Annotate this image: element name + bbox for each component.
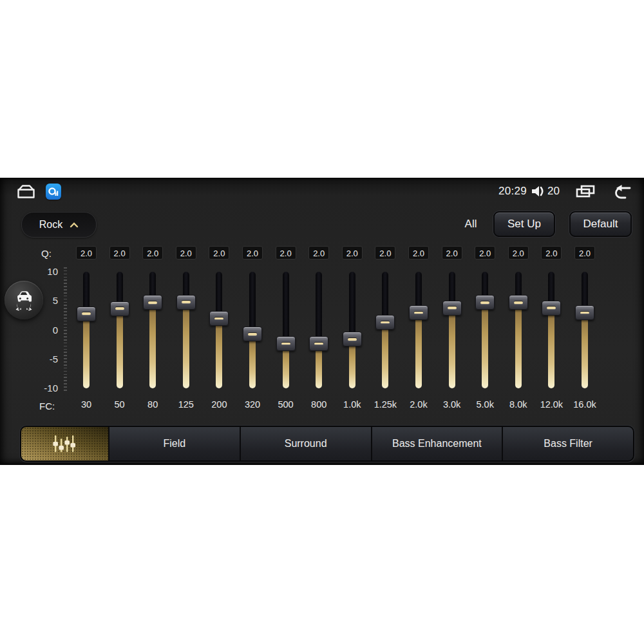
- q-value-box[interactable]: 2.0: [475, 246, 495, 260]
- recent-apps-icon[interactable]: [575, 184, 596, 199]
- preset-label: Rock: [39, 219, 62, 231]
- equalizer-sliders-icon: [50, 433, 80, 455]
- gain-slider-handle[interactable]: [409, 305, 428, 320]
- app-icon[interactable]: [46, 184, 61, 200]
- gain-slider-handle[interactable]: [176, 295, 196, 310]
- gain-slider-handle[interactable]: [77, 307, 96, 321]
- gain-tick-ruler: [64, 267, 67, 393]
- gain-slider-fill: [117, 308, 123, 388]
- clock: 20:29: [498, 185, 527, 198]
- home-icon[interactable]: [15, 184, 37, 200]
- gain-slider-track[interactable]: [548, 272, 554, 388]
- gain-slider-track[interactable]: [117, 272, 123, 388]
- gain-slider-fill: [548, 308, 554, 388]
- q-value-box[interactable]: 2.0: [242, 246, 263, 260]
- gain-slider-handle[interactable]: [375, 315, 395, 330]
- gain-slider-fill: [582, 312, 588, 388]
- default-button[interactable]: Default: [569, 211, 632, 237]
- gain-axis-label: 10: [24, 265, 58, 278]
- handle-dash: [248, 333, 257, 336]
- handle-dash: [348, 338, 357, 341]
- gain-slider-handle[interactable]: [542, 301, 561, 316]
- q-value-box[interactable]: 2.0: [209, 246, 229, 260]
- handle-dash: [547, 307, 556, 309]
- gain-slider-fill: [482, 303, 488, 388]
- handle-dash: [480, 301, 489, 304]
- gain-axis-label: -10: [24, 382, 58, 395]
- handle-dash: [214, 317, 223, 320]
- equalizer-screen: 20:29 20 Rock: [0, 178, 644, 465]
- gain-slider-fill: [515, 303, 522, 388]
- q-value-box[interactable]: 2.0: [408, 246, 429, 260]
- q-value-box[interactable]: 2.0: [574, 246, 595, 260]
- back-icon[interactable]: [612, 184, 634, 199]
- handle-dash: [314, 343, 323, 345]
- fc-row-label: FC:: [39, 401, 55, 412]
- handle-dash: [514, 301, 523, 304]
- tab-bass-enhancement[interactable]: Bass Enhancement: [372, 427, 504, 460]
- q-value-box[interactable]: 2.0: [176, 246, 196, 260]
- handle-dash: [381, 321, 390, 324]
- volume-icon: [531, 184, 545, 198]
- q-value-box[interactable]: 2.0: [142, 246, 163, 260]
- car-rotate-icon[interactable]: [5, 281, 43, 319]
- gain-slider-fill: [216, 318, 222, 388]
- gain-slider-fill: [149, 303, 156, 388]
- gain-slider-fill: [349, 339, 355, 388]
- q-value-box[interactable]: 2.0: [76, 246, 97, 260]
- gain-slider-handle[interactable]: [509, 295, 528, 310]
- gain-axis-label: 0: [24, 324, 58, 337]
- q-value-box[interactable]: 2.0: [508, 246, 529, 260]
- preset-dropdown[interactable]: Rock: [21, 212, 97, 238]
- q-value-box[interactable]: 2.0: [541, 246, 562, 260]
- q-value-box[interactable]: 2.0: [342, 246, 363, 260]
- gain-slider-track[interactable]: [183, 272, 189, 388]
- q-value-box[interactable]: 2.0: [109, 246, 130, 260]
- setup-button[interactable]: Set Up: [493, 211, 555, 237]
- gain-slider-handle[interactable]: [110, 301, 129, 316]
- gain-slider-handle[interactable]: [209, 311, 229, 326]
- gain-slider-handle[interactable]: [309, 336, 328, 351]
- gain-slider-handle[interactable]: [276, 336, 296, 351]
- status-bar: 20:29 20: [0, 179, 644, 204]
- gain-slider-track[interactable]: [382, 272, 388, 388]
- q-value-box[interactable]: 2.0: [276, 246, 296, 260]
- q-value-box[interactable]: 2.0: [308, 246, 329, 260]
- gain-slider-handle[interactable]: [143, 295, 162, 310]
- gain-slider-track[interactable]: [482, 272, 488, 388]
- handle-dash: [414, 312, 423, 314]
- gain-slider-track[interactable]: [316, 272, 322, 388]
- volume-level: 20: [547, 185, 560, 198]
- gain-slider-track[interactable]: [216, 272, 222, 388]
- gain-slider-track[interactable]: [83, 272, 90, 388]
- gain-slider-track[interactable]: [515, 272, 522, 388]
- q-value-box[interactable]: 2.0: [375, 246, 395, 260]
- fc-value: 16.0k: [564, 399, 605, 410]
- gain-slider-track[interactable]: [283, 272, 289, 388]
- chevron-up-icon: [70, 222, 79, 228]
- q-value-box[interactable]: 2.0: [442, 246, 462, 260]
- gain-slider-track[interactable]: [149, 272, 156, 388]
- tab-field[interactable]: Field: [109, 427, 241, 460]
- all-label: All: [455, 212, 487, 236]
- handle-dash: [182, 301, 191, 303]
- gain-slider-fill: [382, 323, 388, 388]
- gain-slider-track[interactable]: [415, 272, 422, 388]
- handle-dash: [148, 301, 157, 304]
- gain-slider-track[interactable]: [582, 272, 588, 388]
- handle-dash: [82, 312, 91, 315]
- gain-slider-handle[interactable]: [575, 305, 594, 320]
- handle-dash: [580, 312, 589, 314]
- gain-slider-handle[interactable]: [475, 295, 495, 310]
- gain-slider-handle[interactable]: [243, 327, 262, 341]
- gain-slider-handle[interactable]: [442, 301, 462, 316]
- gain-slider-fill: [415, 312, 422, 388]
- gain-slider-track[interactable]: [449, 272, 455, 388]
- gain-slider-handle[interactable]: [343, 332, 362, 346]
- tab-bass-filter[interactable]: Bass Filter: [503, 427, 633, 460]
- gain-slider-track[interactable]: [349, 272, 355, 388]
- bottom-tab-bar: FieldSurroundBass EnhancementBass Filter: [20, 426, 634, 462]
- tab-equalizer[interactable]: [21, 427, 109, 460]
- tab-surround[interactable]: Surround: [241, 427, 372, 460]
- q-row-label: Q:: [41, 248, 52, 259]
